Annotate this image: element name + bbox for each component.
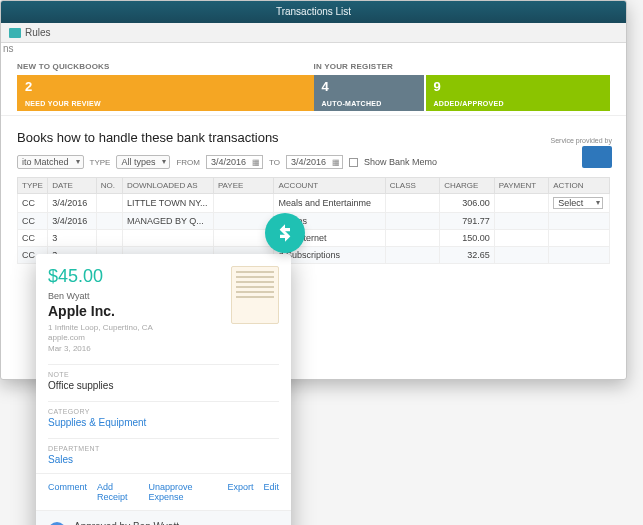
note-label: NOTE	[48, 364, 279, 378]
filter-row: ito Matched TYPE All types FROM 3/4/2016…	[17, 155, 610, 169]
cell-type: CC	[18, 194, 48, 213]
status-added-label: ADDED/APPROVED	[434, 100, 603, 107]
cell-downloaded: LITTLE TOWN NY...	[122, 194, 213, 213]
cell-account: Meals and Entertainme	[274, 194, 385, 213]
cell-action	[549, 213, 610, 230]
cell-payee	[213, 194, 274, 213]
cell-class	[385, 230, 440, 247]
add-receipt-link[interactable]: Add Receipt	[97, 482, 138, 502]
expense-detail-card: $45.00 Ben Wyatt Apple Inc. 1 Infinite L…	[36, 254, 291, 525]
addr-line2: apple.com	[48, 333, 279, 343]
show-memo-label: Show Bank Memo	[364, 157, 437, 167]
cell-class	[385, 194, 440, 213]
cell-action	[549, 247, 610, 264]
col-date[interactable]: DATE	[48, 178, 96, 194]
cell-class	[385, 247, 440, 264]
cell-date: 3/4/2016	[48, 213, 96, 230]
category-label: CATEGORY	[48, 401, 279, 415]
rules-label: Rules	[25, 27, 51, 38]
status-need-review-count: 2	[25, 79, 306, 94]
col-charge[interactable]: CHARGE	[440, 178, 495, 194]
note-value: Office supplies	[48, 380, 279, 391]
from-label: FROM	[176, 158, 200, 167]
cell-type: CC	[18, 230, 48, 247]
status-need-review[interactable]: 2 NEED YOUR REVIEW	[17, 75, 314, 111]
type-filter-dropdown[interactable]: All types	[116, 155, 170, 169]
table-header-row: TYPE DATE NO. DOWNLOADED AS PAYEE ACCOUN…	[18, 178, 610, 194]
col-downloaded[interactable]: DOWNLOADED AS	[122, 178, 213, 194]
from-date-input[interactable]: 3/4/2016▦	[206, 155, 263, 169]
cell-no	[96, 194, 122, 213]
action-dropdown[interactable]: Select	[553, 197, 603, 209]
to-label: TO	[269, 158, 280, 167]
status-need-review-label: NEED YOUR REVIEW	[25, 100, 306, 107]
instruction-text: Books how to handle these bank transacti…	[17, 130, 610, 145]
cell-charge: 150.00	[440, 230, 495, 247]
cell-payment	[494, 213, 549, 230]
rules-icon	[9, 28, 21, 38]
cell-payment	[494, 194, 549, 213]
col-no[interactable]: NO.	[96, 178, 122, 194]
card-action-links: Comment Add Receipt Unapprove Expense Ex…	[36, 473, 291, 510]
calendar-icon[interactable]: ▦	[332, 158, 340, 167]
rules-bar[interactable]: Rules	[1, 23, 626, 43]
filter-area: Books how to handle these bank transacti…	[1, 116, 626, 268]
status-auto-matched[interactable]: 4 AUTO-MATCHED	[314, 75, 424, 111]
cell-downloaded	[122, 230, 213, 247]
cell-payment	[494, 247, 549, 264]
sync-swap-icon	[265, 213, 305, 253]
status-summary: NEW TO QUICKBOOKS 2 NEED YOUR REVIEW IN …	[1, 54, 626, 116]
receipt-thumbnail[interactable]	[231, 266, 279, 324]
cell-charge: 791.77	[440, 213, 495, 230]
status-auto-count: 4	[322, 79, 416, 94]
window-title: Transactions List	[1, 1, 626, 23]
status-added-count: 9	[434, 79, 603, 94]
status-filter-dropdown[interactable]: ito Matched	[17, 155, 84, 169]
cell-class	[385, 213, 440, 230]
truncated-text-left: ns	[1, 43, 626, 54]
col-payee[interactable]: PAYEE	[213, 178, 274, 194]
cell-no	[96, 230, 122, 247]
show-memo-checkbox[interactable]	[349, 158, 358, 167]
table-row[interactable]: CC 3/4/2016 LITTLE TOWN NY... Meals and …	[18, 194, 610, 213]
cell-date: 3	[48, 230, 96, 247]
cell-charge: 32.65	[440, 247, 495, 264]
addr-line1: 1 Infinite Loop, Cupertino, CA	[48, 323, 279, 333]
to-date-input[interactable]: 3/4/2016▦	[286, 155, 343, 169]
cell-payment	[494, 230, 549, 247]
cell-type: CC	[18, 213, 48, 230]
export-link[interactable]: Export	[227, 482, 253, 502]
col-action[interactable]: ACTION	[549, 178, 610, 194]
status-auto-label: AUTO-MATCHED	[322, 100, 416, 107]
cell-charge: 306.00	[440, 194, 495, 213]
calendar-icon[interactable]: ▦	[252, 158, 260, 167]
approved-by-text: Approved by Ben Wyatt	[74, 521, 179, 525]
cell-downloaded: MANAGED BY Q...	[122, 213, 213, 230]
col-payment[interactable]: PAYMENT	[494, 178, 549, 194]
col-account[interactable]: ACCOUNT	[274, 178, 385, 194]
department-label: DEPARTMENT	[48, 438, 279, 452]
unapprove-link[interactable]: Unapprove Expense	[148, 482, 217, 502]
cell-no	[96, 213, 122, 230]
col-type[interactable]: TYPE	[18, 178, 48, 194]
to-date-value: 3/4/2016	[291, 157, 326, 167]
type-label: TYPE	[90, 158, 111, 167]
from-date-value: 3/4/2016	[211, 157, 246, 167]
table-row[interactable]: CC 3 and Internet 150.00	[18, 230, 610, 247]
expense-address: 1 Infinite Loop, Cupertino, CA apple.com…	[48, 323, 279, 354]
department-value[interactable]: Sales	[48, 454, 279, 465]
approval-footer: Approved by Ben Wyatt Mar 8 2:27 PM	[36, 510, 291, 525]
addr-line3: Mar 3, 2016	[48, 344, 279, 354]
comment-link[interactable]: Comment	[48, 482, 87, 502]
cell-action	[549, 230, 610, 247]
service-provided-by: Service provided by	[551, 137, 612, 168]
status-new-label: NEW TO QUICKBOOKS	[17, 62, 314, 71]
status-added-approved[interactable]: 9 ADDED/APPROVED	[426, 75, 611, 111]
service-label: Service provided by	[551, 137, 612, 144]
col-class[interactable]: CLASS	[385, 178, 440, 194]
category-value[interactable]: Supplies & Equipment	[48, 417, 279, 428]
table-row[interactable]: CC 3/4/2016 MANAGED BY Q... upplies 791.…	[18, 213, 610, 230]
amex-logo-icon	[582, 146, 612, 168]
transactions-table: TYPE DATE NO. DOWNLOADED AS PAYEE ACCOUN…	[17, 177, 610, 264]
edit-link[interactable]: Edit	[263, 482, 279, 502]
